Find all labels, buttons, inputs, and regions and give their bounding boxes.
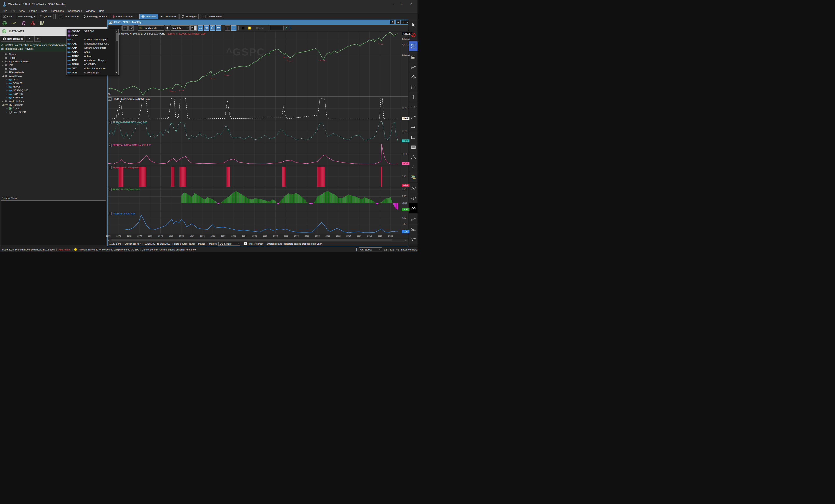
collapsed-arrow-icon[interactable]: ▸ <box>2 57 4 59</box>
collapsed-arrow-icon[interactable]: ▸ <box>6 79 8 81</box>
cancel-button[interactable]: × <box>290 26 291 29</box>
apply-button[interactable]: ✓ <box>285 26 287 29</box>
panel-layout-button[interactable] <box>216 25 221 30</box>
chart-pane-price[interactable] <box>107 32 401 97</box>
strategies-button[interactable]: Strategies <box>179 14 199 19</box>
collapsed-arrow-icon[interactable]: ▸ <box>6 93 8 95</box>
rect-tool-button[interactable] <box>409 132 418 142</box>
tree-item-mdax[interactable]: ▸WDMDAX <box>0 85 107 89</box>
chart-h-scrollbar[interactable]: ‹ › <box>107 238 408 242</box>
quotes-button[interactable]: “Quotes <box>38 14 54 19</box>
crossline-tool-button[interactable] <box>409 183 418 193</box>
collapsed-arrow-icon[interactable]: ▸ <box>2 100 4 102</box>
menu-item-theme[interactable]: Theme <box>27 9 39 13</box>
hline-tool-button[interactable] <box>409 102 418 112</box>
pane-collapse-button-usrec[interactable]: ▲ <box>108 166 111 169</box>
collapse-all-button[interactable]: « <box>26 36 33 42</box>
expanded-arrow-icon[interactable]: ◢ <box>2 75 4 77</box>
symbol-option-aap[interactable]: WDAAPAdvance Auto Parts <box>67 46 119 50</box>
crosshair-button[interactable]: + <box>231 25 237 30</box>
chart-help-button[interactable]: ? <box>390 20 394 24</box>
pane-collapse-button-nfci[interactable]: ▲ <box>108 212 111 215</box>
channel-tool-button[interactable] <box>409 193 418 203</box>
chart-pane-recprousm[interactable] <box>107 97 401 120</box>
strip-building-blocks-icon[interactable] <box>30 21 35 26</box>
pane-collapse-button-sahmrealtime[interactable]: ▲ <box>108 144 111 147</box>
record-circle-button[interactable] <box>241 26 245 30</box>
collapsed-arrow-icon[interactable]: ▸ <box>2 64 4 66</box>
chart-pane-sahmrealtime[interactable] <box>107 143 401 165</box>
arrow-right-tool-button[interactable] <box>409 122 418 132</box>
hbars-tool-button[interactable] <box>409 172 418 182</box>
symbol-option-acn[interactable]: WDACNAccenture plc <box>67 70 119 75</box>
pane-separator[interactable] <box>107 187 408 187</box>
chart-pane-jhgdpbrindx[interactable] <box>107 120 401 143</box>
chart-minimize-button[interactable]: – <box>396 20 400 24</box>
menu-item-help[interactable]: Help <box>97 9 106 13</box>
symbol-option-abt[interactable]: WDABTAbbott Laboratories <box>67 66 119 70</box>
menu-item-tools[interactable]: Tools <box>39 9 49 13</box>
new-strategy-button[interactable]: New Strategy▾ <box>16 14 37 19</box>
data-manager-button[interactable]: Data Manager <box>58 14 81 19</box>
cursor-tool-button[interactable] <box>409 20 418 30</box>
menu-item-workspaces[interactable]: Workspaces <box>66 9 84 13</box>
vslider-tool-button[interactable] <box>409 162 418 172</box>
bar-spacing-stepper[interactable]: 2▲▼ <box>190 25 197 30</box>
stream-symbol-input[interactable] <box>270 26 284 30</box>
menu-item-extensions[interactable]: Extensions <box>49 9 66 13</box>
log-scale-button[interactable]: log <box>198 25 203 30</box>
chart-pane-t10y3m[interactable] <box>107 187 401 211</box>
tree-item-s-p-500[interactable]: ▸WDS&P 500 <box>0 96 107 100</box>
menu-item-view[interactable]: View <box>17 9 27 13</box>
tree-item-nasdaq-100[interactable]: ▸WDNASDAQ 100 <box>0 89 107 92</box>
strip-datasets-icon[interactable] <box>2 21 7 26</box>
mobile-view-button[interactable] <box>210 25 215 30</box>
maximize-button[interactable]: □ <box>401 2 403 5</box>
pane-separator[interactable] <box>107 143 408 143</box>
tree-item-dax[interactable]: ▸WDDAX <box>0 78 107 82</box>
filter-prepost-checkbox[interactable]: ✓ <box>244 242 247 245</box>
scroll-left-icon[interactable]: ‹ <box>108 239 109 241</box>
symbol-option-abbv[interactable]: WDABBVAbbVie <box>67 54 119 58</box>
pane-collapse-button-recprousm[interactable]: ▲ <box>108 97 111 101</box>
polygon-tool-button[interactable] <box>409 72 418 82</box>
collapsed-arrow-icon[interactable]: ▸ <box>6 89 8 91</box>
pane-collapse-button-t10y3m[interactable]: ▲ <box>108 188 111 191</box>
tree-item-only-gspc[interactable]: ▸only_GSPC <box>0 110 107 114</box>
segment-tool-button[interactable] <box>409 112 418 122</box>
menu-item-window[interactable]: Window <box>84 9 97 13</box>
style-settings-button[interactable] <box>165 25 170 30</box>
pane-collapse-button-jhgdpbrindx[interactable]: ▲ <box>108 121 111 124</box>
vrange-tool-button[interactable] <box>409 92 418 102</box>
bar-info-button[interactable] <box>122 25 127 30</box>
zigzag-tool-button[interactable] <box>409 203 418 213</box>
strip-strategies-icon[interactable] <box>21 21 26 26</box>
scroll-down-icon[interactable]: ▼ <box>115 71 118 74</box>
strip-indicators-icon[interactable] <box>12 21 16 26</box>
dropdown-scrollbar[interactable]: ▲ ▼ <box>115 29 118 74</box>
order-manager-button[interactable]: Order Manager <box>110 14 136 19</box>
scroll-thumb[interactable] <box>111 239 392 241</box>
symbol-option-abmd[interactable]: WDABMDABIOMED <box>67 62 119 66</box>
tree-item-dow-30[interactable]: ▸WDDOW 30 <box>0 82 107 85</box>
collapsed-arrow-icon[interactable]: ▸ <box>6 86 8 88</box>
ellipse-tool-button[interactable] <box>409 82 418 92</box>
note-tool-button[interactable] <box>409 142 418 152</box>
pattern-tool-active[interactable] <box>409 41 418 51</box>
help-button[interactable]: ? <box>34 36 41 42</box>
new-dataset-button[interactable]: New DataSet <box>1 36 25 42</box>
pane-separator[interactable] <box>107 211 408 211</box>
close-button[interactable]: × <box>410 2 412 6</box>
streaming-provider-button[interactable]: ▾ <box>246 26 253 30</box>
chart-button[interactable]: Chart <box>1 14 15 19</box>
vlines-tool-button[interactable] <box>409 234 418 244</box>
market-select[interactable]: US Stocks▾ <box>219 242 240 246</box>
preferences-button[interactable]: Preferences <box>203 14 224 19</box>
collapsed-arrow-icon[interactable]: ▸ <box>6 111 8 113</box>
tree-item-crypto[interactable]: ▸Crypto <box>0 107 107 110</box>
chart-maximize-button[interactable]: □ <box>401 20 405 24</box>
strategy-monitor-button[interactable]: Strategy Monitor <box>82 14 109 19</box>
collapsed-arrow-icon[interactable]: ▸ <box>6 107 8 109</box>
minimize-button[interactable]: – <box>392 2 394 6</box>
symbol-option-vxn[interactable]: Y!^VXN <box>67 33 119 37</box>
